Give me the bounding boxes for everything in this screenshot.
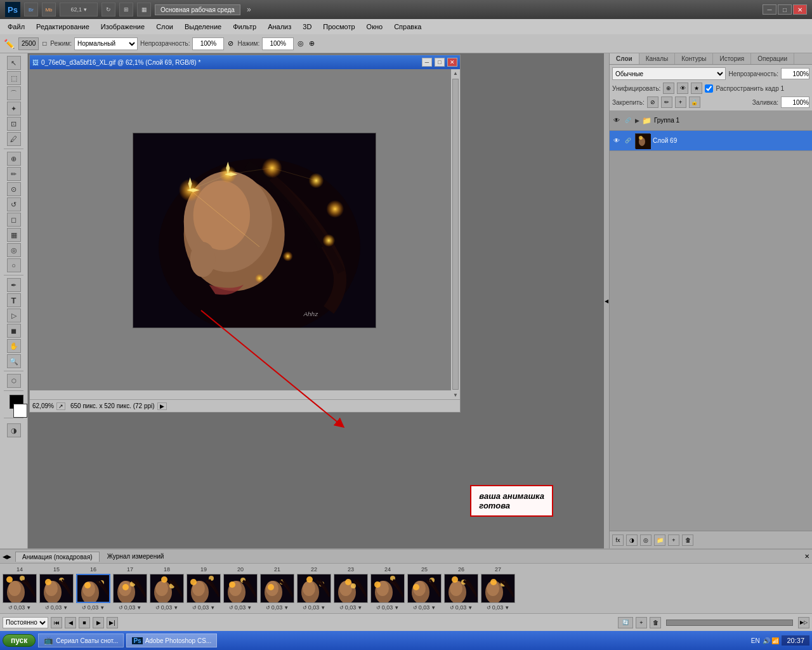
blend-mode-select[interactable]: Обычные bbox=[612, 67, 726, 80]
unify-position-icon[interactable]: ⊕ bbox=[663, 83, 674, 94]
animation-frame-17[interactable]: 17 ↺ 0,03 ▼ bbox=[113, 566, 147, 611]
layer-group-arrow[interactable]: ▶ bbox=[635, 117, 639, 124]
opacity-value[interactable] bbox=[781, 68, 809, 79]
unify-style-icon[interactable]: ★ bbox=[691, 83, 702, 94]
mode-select[interactable]: Нормальный bbox=[74, 37, 138, 50]
menu-file[interactable]: Файл bbox=[3, 22, 30, 32]
frame-delay-arrow[interactable]: ▼ bbox=[320, 605, 325, 611]
close-button[interactable]: ✕ bbox=[793, 4, 807, 15]
frame-delay-arrow[interactable]: ▼ bbox=[100, 605, 105, 611]
animation-frame-26[interactable]: 26 ↺ 0,03 ▼ bbox=[444, 566, 478, 611]
frame-delay-arrow[interactable]: ▼ bbox=[468, 605, 473, 611]
animation-frame-23[interactable]: 23 ↺ 0,03 ▼ bbox=[334, 566, 368, 611]
animation-frame-16[interactable]: 16 ↺ 0,03 ▼ bbox=[76, 566, 110, 611]
restore-button[interactable]: □ bbox=[778, 4, 792, 15]
layer-item-group1[interactable]: 👁 🔗 ▶ 📁 Группа 1 bbox=[610, 110, 812, 131]
shape-tool[interactable]: ◼ bbox=[7, 324, 21, 338]
pressure-input[interactable] bbox=[262, 37, 294, 50]
fill-value[interactable] bbox=[781, 96, 809, 108]
doc-restore[interactable]: □ bbox=[435, 58, 445, 67]
step-forward-btn[interactable]: ▶| bbox=[107, 617, 118, 628]
menu-image[interactable]: Изображение bbox=[96, 22, 150, 32]
text-tool[interactable]: T bbox=[7, 293, 21, 307]
animation-frame-18[interactable]: 18 ↺ 0,03 ▼ bbox=[150, 566, 184, 611]
layer-visibility-eye[interactable]: 👁 bbox=[612, 116, 621, 125]
animation-frame-22[interactable]: 22 ↺ 0,03 ▼ bbox=[297, 566, 331, 611]
path-select-tool[interactable]: ▷ bbox=[7, 308, 21, 322]
unify-visibility-icon[interactable]: 👁 bbox=[677, 83, 688, 94]
layer-item-69[interactable]: 👁 🔗 Слой 69 bbox=[610, 131, 812, 151]
history-brush-tool[interactable]: ↺ bbox=[7, 197, 21, 211]
zoom-tool[interactable]: 🔍 bbox=[7, 354, 21, 368]
menu-help[interactable]: Справка bbox=[389, 22, 426, 32]
layer-style-icon[interactable]: fx bbox=[612, 534, 624, 546]
lasso-tool[interactable]: ⌒ bbox=[7, 86, 21, 100]
timeline-scroll[interactable] bbox=[666, 620, 793, 626]
delete-frame-btn[interactable]: 🗑 bbox=[650, 617, 661, 628]
frame-delay-arrow[interactable]: ▼ bbox=[136, 605, 141, 611]
menu-select[interactable]: Выделение bbox=[180, 22, 226, 32]
arrange-btn2[interactable]: ▦ bbox=[137, 3, 151, 17]
workspace-button[interactable]: Основная рабочая среда bbox=[155, 4, 240, 15]
render-video-icon[interactable]: ▶▷ bbox=[798, 617, 809, 628]
animation-frame-19[interactable]: 19 ↺ 0,03 ▼ bbox=[187, 566, 221, 611]
layer-delete-icon[interactable]: 🗑 bbox=[682, 534, 693, 546]
opacity-input[interactable] bbox=[192, 37, 224, 50]
zoom-select[interactable]: 62,1 ▾ bbox=[60, 3, 98, 17]
brush-settings-icon[interactable]: ⊕ bbox=[308, 38, 316, 49]
layer-adjustment-icon[interactable]: ◎ bbox=[640, 534, 652, 546]
stop-btn[interactable]: ■ bbox=[79, 617, 90, 628]
frame-delay-arrow[interactable]: ▼ bbox=[394, 605, 399, 611]
layer-group-icon[interactable]: 📁 bbox=[654, 534, 665, 546]
tab-history[interactable]: История bbox=[713, 53, 751, 64]
clone-tool[interactable]: ⊙ bbox=[7, 182, 21, 196]
quick-select-tool[interactable]: ✦ bbox=[7, 102, 21, 116]
menu-analyze[interactable]: Анализ bbox=[263, 22, 296, 32]
panel-collapse-button[interactable]: ◀ bbox=[604, 53, 609, 548]
airbrush-icon[interactable]: ⊘ bbox=[226, 38, 235, 49]
menu-3d[interactable]: 3D bbox=[298, 22, 317, 32]
animation-frame-24[interactable]: 24 ↺ 0,03 ▼ bbox=[370, 566, 405, 611]
vertical-scrollbar[interactable]: ▲ ▼ bbox=[451, 69, 460, 399]
pen-tool[interactable]: ✒ bbox=[7, 278, 21, 292]
expand-panels-icon[interactable]: » bbox=[247, 5, 251, 14]
eyedropper-tool[interactable]: 🖊 bbox=[7, 132, 21, 146]
anim-collapse-btn[interactable]: ◀▶ bbox=[3, 554, 11, 560]
doc-close[interactable]: ✕ bbox=[447, 58, 457, 67]
start-button[interactable]: пуск bbox=[3, 634, 36, 647]
frame-delay-arrow[interactable]: ▼ bbox=[504, 605, 509, 611]
eraser-tool[interactable]: ◻ bbox=[7, 213, 21, 227]
frame-delay-arrow[interactable]: ▼ bbox=[210, 605, 215, 611]
animation-frame-21[interactable]: 21 ↺ 0,03 ▼ bbox=[260, 566, 294, 611]
rotate-btn[interactable]: ↻ bbox=[102, 3, 115, 17]
menu-edit[interactable]: Редактирование bbox=[31, 22, 95, 32]
frame-delay-arrow[interactable]: ▼ bbox=[357, 605, 362, 611]
quick-mask-btn[interactable]: ◑ bbox=[7, 423, 21, 437]
bridge-icon[interactable]: Br bbox=[24, 3, 38, 17]
animation-frame-14[interactable]: 14 ↺ 0,03 ▼ bbox=[3, 566, 37, 611]
clock[interactable]: 20:37 bbox=[782, 635, 809, 646]
tab-channels[interactable]: Каналы bbox=[639, 53, 676, 64]
move-tool[interactable]: ↖ bbox=[7, 56, 21, 70]
taskbar-item-photoshop[interactable]: Ps Adobe Photoshop CS... bbox=[126, 633, 217, 647]
frame-delay-arrow[interactable]: ▼ bbox=[247, 605, 252, 611]
rewind-btn[interactable]: ⏮ bbox=[51, 617, 62, 628]
hand-tool[interactable]: ✋ bbox=[7, 339, 21, 353]
frame-delay-arrow[interactable]: ▼ bbox=[173, 605, 178, 611]
menu-layers[interactable]: Слои bbox=[151, 22, 178, 32]
brush-size-btn[interactable]: 2500 bbox=[18, 37, 39, 50]
layer-new-icon[interactable]: + bbox=[668, 534, 679, 546]
brush-tool[interactable]: ✏ bbox=[7, 167, 21, 181]
play-btn[interactable]: ▶ bbox=[93, 617, 104, 628]
animation-frame-15[interactable]: 15 ↺ 0,03 ▼ bbox=[39, 566, 74, 611]
layer-visibility-eye[interactable]: 👁 bbox=[612, 136, 621, 145]
heal-tool[interactable]: ⊕ bbox=[7, 152, 21, 166]
background-color[interactable] bbox=[13, 404, 27, 418]
tab-paths[interactable]: Контуры bbox=[675, 53, 713, 64]
minimize-button[interactable]: ─ bbox=[763, 4, 776, 15]
brush-options-icon[interactable]: □ bbox=[41, 39, 48, 48]
blur-tool[interactable]: ◎ bbox=[7, 243, 21, 257]
dodge-tool[interactable]: ○ bbox=[7, 258, 21, 272]
lock-pixels-icon[interactable]: ✏ bbox=[661, 96, 672, 108]
tab-actions[interactable]: Операции bbox=[751, 53, 794, 64]
